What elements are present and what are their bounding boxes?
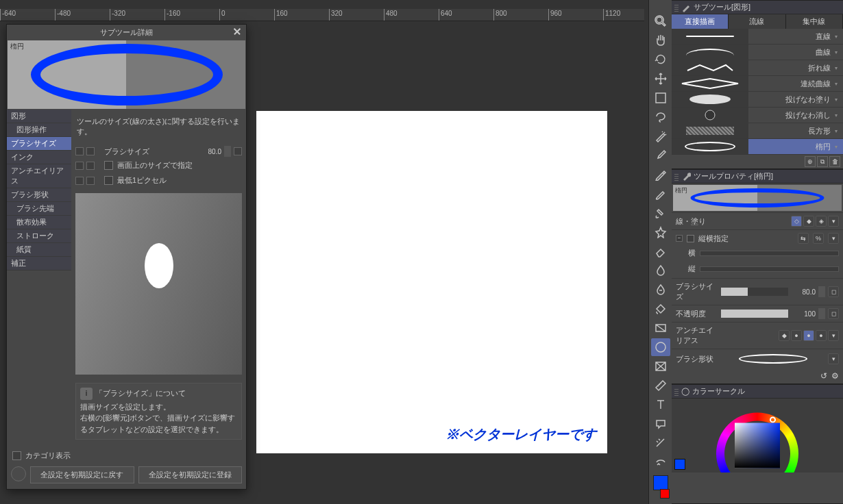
blend-tool-icon[interactable] (651, 262, 670, 279)
opacity-value[interactable]: 100 (791, 310, 816, 318)
category-item[interactable]: ブラシサイズ (7, 137, 71, 151)
reset-icon[interactable] (11, 466, 26, 481)
airbrush-tool-icon[interactable] (651, 204, 670, 222)
param-visibility-icon[interactable] (86, 162, 95, 170)
canvas[interactable]: ※ベクターレイヤーです (256, 111, 607, 453)
param-visibility-icon[interactable] (86, 147, 95, 155)
dynamics-icon[interactable] (234, 147, 242, 155)
param-toggle-icon[interactable] (75, 147, 84, 155)
category-item[interactable]: 図形 (7, 110, 71, 123)
stroke-fill-icon[interactable]: ◈ (816, 216, 827, 227)
tab-直接描画[interactable]: 直接描画 (672, 14, 729, 29)
shape-tool-icon[interactable] (651, 338, 670, 356)
settings-icon[interactable]: ⚙ (831, 371, 839, 381)
spinner-icon[interactable] (818, 286, 825, 297)
subtool-row[interactable]: 長方形▾ (672, 123, 843, 139)
deco-tool-icon[interactable] (651, 223, 670, 241)
aspect-width-slider[interactable] (700, 251, 839, 256)
chevron-down-icon[interactable]: ▾ (835, 112, 843, 118)
tab-流線[interactable]: 流線 (729, 14, 785, 29)
param-visibility-icon[interactable] (86, 177, 95, 185)
category-item[interactable]: ストローク (7, 229, 71, 243)
hand-tool-icon[interactable] (651, 32, 670, 49)
checkbox[interactable] (12, 451, 21, 460)
category-item[interactable]: アンチエイリアス (7, 164, 71, 188)
subtool-row[interactable]: 投げなわ消し▾ (672, 108, 843, 123)
grip-icon[interactable] (674, 388, 679, 396)
dynamics-icon[interactable]: ◻ (828, 308, 839, 319)
chevron-down-icon[interactable]: ▾ (835, 49, 843, 55)
subtool-row[interactable]: 曲線▾ (672, 45, 843, 60)
chevron-down-icon[interactable]: ▾ (835, 65, 843, 71)
lasso-tool-icon[interactable] (651, 108, 670, 126)
gradient-tool-icon[interactable] (651, 319, 670, 337)
pen-tool-icon[interactable] (651, 166, 670, 184)
category-item[interactable]: 補正 (7, 257, 71, 270)
subtool-row[interactable]: 投げなわ塗り▾ (672, 92, 843, 108)
text-tool-icon[interactable] (651, 396, 670, 414)
current-color-swatch[interactable] (674, 459, 685, 470)
param-toggle-icon[interactable] (75, 162, 84, 170)
category-item[interactable]: ブラシ先端 (7, 202, 71, 216)
eraser-tool-icon[interactable] (651, 242, 670, 260)
grip-icon[interactable] (674, 173, 679, 181)
chevron-down-icon[interactable]: ▾ (828, 233, 839, 244)
foreground-color-swatch[interactable] (653, 475, 668, 490)
aa-strong-icon[interactable]: ● (816, 330, 827, 341)
category-display-checkbox-label[interactable]: カテゴリ表示 (25, 451, 71, 461)
fill-only-icon[interactable]: ◆ (803, 216, 814, 227)
subtool-row[interactable]: 折れ線▾ (672, 60, 843, 76)
checkbox[interactable] (104, 176, 113, 185)
wand-tool-icon[interactable] (651, 127, 670, 145)
magnify-tool-icon[interactable] (651, 12, 670, 30)
brush-size-value[interactable]: 80.0 (194, 148, 221, 155)
spinner-icon[interactable] (224, 146, 231, 157)
opacity-slider[interactable] (721, 310, 788, 318)
category-item[interactable]: 散布効果 (7, 216, 71, 229)
hue-handle-icon[interactable] (770, 416, 776, 423)
chevron-down-icon[interactable]: ▾ (835, 34, 843, 40)
spinner-icon[interactable] (818, 308, 825, 319)
reset-all-button[interactable]: 全設定を初期設定に戻す (30, 466, 134, 483)
rotate-tool-icon[interactable] (651, 51, 670, 68)
dynamics-icon[interactable]: ◻ (828, 286, 839, 297)
sv-square[interactable] (735, 423, 780, 468)
chevron-down-icon[interactable]: ▾ (828, 330, 839, 341)
aa-weak-icon[interactable]: ● (791, 330, 802, 341)
aspect-height-slider[interactable] (700, 266, 839, 272)
delete-subtool-icon[interactable]: 🗑 (829, 156, 840, 167)
register-all-button[interactable]: 全設定を初期設定に登録 (138, 466, 243, 483)
balloon-tool-icon[interactable] (651, 415, 670, 433)
aspect-mode-icon[interactable]: % (813, 233, 824, 244)
import-subtool-icon[interactable]: ⊕ (805, 156, 816, 167)
color-circle-body[interactable] (672, 399, 843, 473)
chevron-down-icon[interactable]: ▾ (828, 216, 839, 227)
brush-size-value[interactable]: 80.0 (791, 288, 816, 296)
chevron-down-icon[interactable]: ▾ (835, 81, 843, 87)
param-toggle-icon[interactable] (75, 177, 84, 185)
fill-tool-icon[interactable] (651, 300, 670, 318)
subtool-row[interactable]: 連続曲線▾ (672, 76, 843, 92)
ruler-tool-tool-icon[interactable] (651, 377, 670, 394)
category-item[interactable]: 紙質 (7, 243, 71, 257)
category-item[interactable]: ブラシ形状 (7, 188, 71, 202)
stroke-only-icon[interactable]: ◇ (791, 216, 802, 227)
category-item[interactable]: インク (7, 151, 71, 164)
aa-none-icon[interactable]: ◆ (779, 330, 790, 341)
history-icon[interactable]: ↺ (820, 371, 827, 381)
eyedropper-tool-icon[interactable] (651, 147, 670, 164)
screen-size-checkbox-label[interactable]: 画面上のサイズで指定 (117, 160, 193, 171)
chevron-down-icon[interactable]: ▾ (835, 144, 843, 150)
close-icon[interactable] (232, 27, 242, 36)
frame-tool-icon[interactable] (651, 357, 670, 375)
grip-icon[interactable] (674, 3, 679, 12)
fx-tool-icon[interactable] (651, 281, 670, 299)
lock-aspect-icon[interactable]: ⇆ (798, 233, 809, 244)
chevron-down-icon[interactable]: ▾ (835, 128, 843, 134)
brush-shape-display[interactable] (721, 352, 825, 366)
subtool-row[interactable]: 直線▾ (672, 29, 843, 45)
min-1px-checkbox-label[interactable]: 最低1ピクセル (117, 175, 167, 186)
brush-size-slider[interactable] (721, 288, 788, 296)
subtool-row[interactable]: 楕円▾ (672, 139, 843, 155)
background-color-swatch[interactable] (660, 489, 670, 499)
